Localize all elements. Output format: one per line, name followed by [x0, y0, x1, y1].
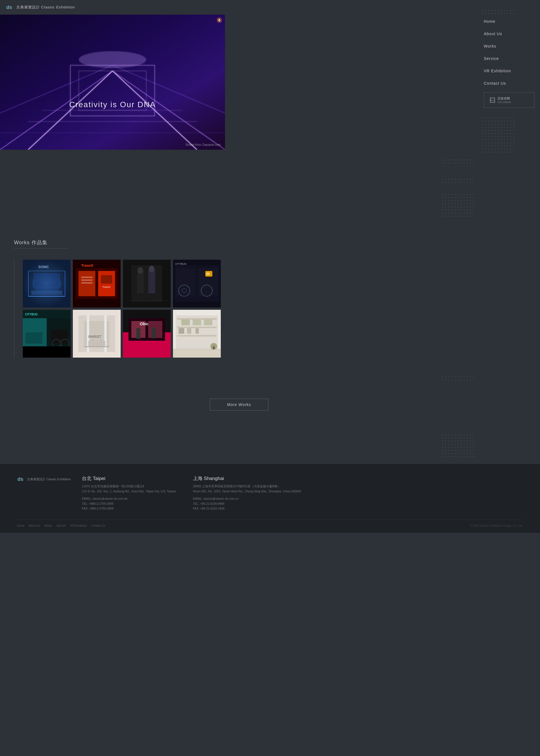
nav-contact[interactable]: Contact Us	[478, 77, 540, 89]
dot-grid-3	[438, 190, 478, 221]
svg-text:CITYBUG: CITYBUG	[25, 313, 38, 316]
svg-rect-69	[84, 346, 109, 347]
footer-bottom-bar: Home About Us Works Service VR Exhibitio…	[17, 520, 523, 527]
taipei-fax-label: FAX:	[82, 507, 88, 510]
shanghai-tel-label: TEL:	[193, 502, 199, 505]
svg-text:CITYBUG: CITYBUG	[175, 262, 187, 265]
partner-logo-icon: Z	[490, 97, 495, 103]
svg-rect-93	[179, 328, 184, 334]
nav-vr[interactable]: VR Exhibition	[478, 65, 540, 77]
svg-rect-35	[137, 271, 144, 293]
taipei-email: classic@classic-ds.com.tw	[92, 497, 127, 500]
copyright: © 2023 Classic Exhibition Design Co., Lt…	[470, 524, 523, 527]
nav-service[interactable]: Service	[478, 52, 540, 65]
nav-about[interactable]: About Us	[478, 28, 540, 40]
taipei-tel: +886-2-2759-2899	[89, 502, 113, 505]
svg-rect-89	[177, 335, 216, 337]
svg-rect-29	[81, 279, 92, 281]
taipei-email-label: EMAIL:	[82, 497, 91, 500]
office-taipei: 台北 Taipei 11070 台北市信義區基隆路一段155號11樓之8 11F…	[82, 475, 176, 511]
work-item-4[interactable]: CITYBUG	[173, 260, 221, 308]
main-nav: Home About Us Works Service VR Exhibitio…	[478, 15, 540, 89]
works-underline	[14, 248, 68, 248]
footer-link-about[interactable]: About Us	[29, 524, 40, 527]
svg-rect-96	[173, 349, 221, 358]
booth-7-svg: Obic	[123, 310, 171, 358]
svg-rect-87	[177, 318, 216, 320]
svg-point-38	[149, 266, 154, 272]
booth-8-svg	[173, 310, 221, 358]
shanghai-address-zh: 20050 上海市長寧區延安西路1073號901室（大悅金融大廈B棟）	[193, 484, 301, 489]
footer-brand: ds 京典展覽設計 Classic Exhibition	[17, 475, 70, 483]
svg-text:TranzX: TranzX	[102, 286, 110, 288]
dot-grid-below-btn	[438, 430, 478, 461]
svg-text:ds: ds	[17, 476, 23, 482]
hero-section: 🔇 Creativity is Our DNA Sound from Zapsp…	[0, 15, 225, 150]
work-item-7[interactable]: Obic	[123, 310, 171, 358]
svg-rect-71	[91, 339, 94, 341]
work-item-6[interactable]: PARIST	[73, 310, 121, 358]
partner-name: 亞宜空間	[497, 96, 511, 101]
svg-rect-14	[23, 260, 70, 308]
works-section: Works 作品集	[0, 222, 478, 370]
work-item-1[interactable]: SONIC	[23, 260, 70, 308]
svg-rect-37	[148, 269, 155, 293]
mute-icon[interactable]: 🔇	[216, 17, 222, 23]
nav-works[interactable]: Works	[478, 40, 540, 52]
work-item-2[interactable]: TranzX TranzX	[73, 260, 121, 308]
more-works-button[interactable]: More Works	[210, 399, 268, 410]
svg-point-16	[33, 274, 61, 293]
svg-rect-99	[213, 346, 214, 349]
svg-rect-95	[196, 328, 199, 334]
booth-5-svg: CITYBUG	[23, 310, 70, 358]
svg-rect-57	[26, 332, 43, 344]
work-item-8[interactable]	[173, 310, 221, 358]
booth-6-svg: PARIST	[73, 310, 121, 358]
svg-rect-92	[204, 320, 212, 325]
sound-credit: Sound from Zapsplat.com	[185, 143, 221, 146]
footer-link-contact[interactable]: Contact Us	[91, 524, 105, 527]
booth-2-svg: TranzX TranzX	[73, 260, 121, 308]
svg-rect-34	[131, 265, 162, 302]
svg-rect-90	[182, 320, 190, 325]
taipei-address-en: 11F-8, No. 155, Sec. 1, Keelung Rd., Xin…	[82, 489, 176, 494]
footer-offices: 台北 Taipei 11070 台北市信義區基隆路一段155號11樓之8 11F…	[82, 475, 523, 511]
work-item-5[interactable]: CITYBUG	[23, 310, 70, 358]
svg-text:PARIST: PARIST	[88, 335, 101, 339]
dot-grid-middle	[438, 155, 478, 168]
footer-link-vr[interactable]: VR Exhibition	[70, 524, 87, 527]
shanghai-tel: +86-21-5109-9989	[200, 502, 224, 505]
footer: ds 京典展覽設計 Classic Exhibition 台北 Taipei 1…	[0, 464, 540, 533]
svg-text:Obic: Obic	[140, 322, 149, 326]
svg-rect-70	[88, 341, 105, 346]
booth-4-svg: CITYBUG	[173, 260, 221, 308]
footer-link-service[interactable]: Service	[57, 524, 66, 527]
booth-1-svg: SONIC	[23, 260, 70, 308]
partner-sub: Arcs Interior	[497, 101, 511, 103]
svg-text:SONIC: SONIC	[38, 265, 49, 269]
shanghai-fax-label: FAX:	[193, 507, 200, 510]
vertical-divider	[14, 260, 14, 358]
shanghai-city: 上海 Shanghai	[193, 475, 301, 482]
footer-brand-text: 京典展覽設計 Classic Exhibition	[27, 477, 70, 481]
svg-rect-15	[28, 271, 65, 296]
more-works-wrapper: More Works	[0, 399, 478, 410]
header: ds 京典展覽設計 Classic Exhibition	[0, 0, 478, 15]
svg-rect-28	[81, 277, 92, 278]
footer-link-home[interactable]: Home	[17, 524, 25, 527]
svg-rect-30	[81, 282, 92, 284]
office-shanghai: 上海 Shanghai 20050 上海市長寧區延安西路1073號901室（大悅…	[193, 475, 301, 511]
right-nav: Home About Us Works Service VR Exhibitio…	[478, 0, 540, 464]
partner-logo-area: Z 亞宜空間 Arcs Interior	[484, 92, 534, 108]
svg-rect-61	[23, 346, 70, 358]
nav-home[interactable]: Home	[478, 15, 540, 28]
work-item-3[interactable]	[123, 260, 171, 308]
booth-3-svg	[123, 260, 171, 308]
svg-rect-91	[193, 320, 201, 325]
svg-point-36	[138, 267, 143, 274]
svg-rect-72	[99, 339, 102, 341]
svg-rect-31	[101, 275, 112, 284]
dot-grid-after-works	[438, 372, 478, 384]
footer-link-works[interactable]: Works	[45, 524, 52, 527]
nav-dot-grid-mid	[478, 113, 540, 157]
